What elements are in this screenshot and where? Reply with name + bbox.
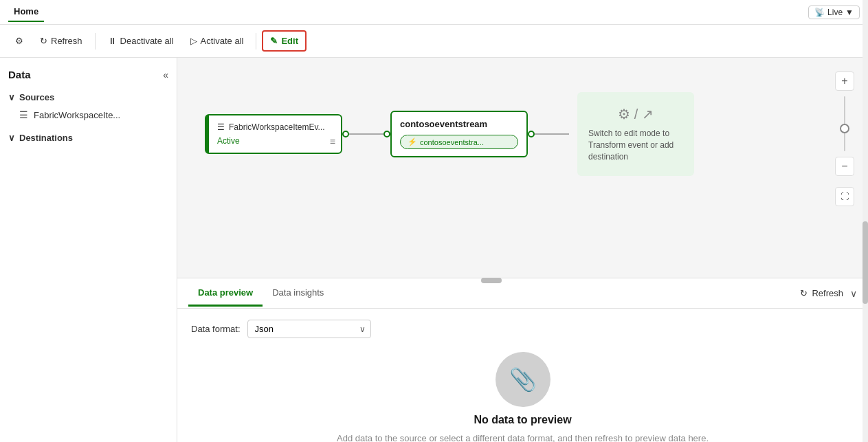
source-node-menu-icon[interactable]: ≡ [330, 136, 335, 147]
dest-hint-text: Switch to edit mode to Transform event o… [588, 128, 683, 162]
no-data-paperclip-icon: 📎 [509, 366, 537, 393]
toolbar-separator [95, 33, 96, 49]
bottom-refresh-icon: ↻ [800, 288, 808, 298]
bottom-panel: Data preview Data insights ↻ Refresh ∨ D… [177, 278, 868, 442]
no-data-sub: Add data to the source or select a diffe… [337, 433, 709, 442]
settings-icon: ⚙ [15, 36, 23, 46]
main-node-chip: ⚡ contosoeventstra... [400, 135, 518, 149]
main-layout: Data « ∨ Sources ☰ FabricWorkspaceIte...… [0, 58, 868, 442]
dest-hint-node: ⚙ / ↗ Switch to edit mode to Transform e… [577, 92, 694, 176]
chip-label: contosoeventstra... [420, 138, 484, 146]
destinations-label: Destinations [19, 133, 73, 143]
connector-source-to-main [342, 131, 390, 137]
source-item-fabricworkspace[interactable]: ☰ FabricWorkspaceIte... [0, 106, 177, 124]
live-button[interactable]: 📡 Live ▼ [808, 5, 860, 19]
refresh-label: Refresh [51, 36, 82, 46]
no-data-area: 📎 No data to preview Add data to the sou… [191, 352, 854, 442]
zoom-controls: + − ⛶ [835, 71, 854, 206]
toolbar-separator-2 [256, 33, 256, 49]
source-node-status: Active [217, 136, 333, 146]
data-format-select[interactable]: Json CSV Avro Parquet [247, 320, 371, 338]
source-node-name: FabricWorkspaceItemEv... [229, 122, 325, 132]
deactivate-all-button[interactable]: ⏸ Deactivate all [101, 32, 181, 50]
h-scrollbar-thumb[interactable] [481, 278, 502, 283]
destinations-section: ∨ Destinations [0, 129, 177, 146]
bottom-content: Data format: Json CSV Avro Parquet ∨ 📎 [177, 309, 868, 442]
toolbar: ⚙ ↻ Refresh ⏸ Deactivate all ▷ Activate … [0, 25, 868, 58]
tab-data-preview[interactable]: Data preview [188, 280, 263, 307]
sources-label: Sources [19, 92, 54, 102]
bottom-refresh-button[interactable]: ↻ Refresh [800, 288, 843, 298]
data-format-label: Data format: [191, 324, 241, 334]
live-icon: 📡 [814, 8, 825, 17]
sources-header[interactable]: ∨ Sources [0, 89, 177, 106]
zoom-slider-track [844, 96, 845, 151]
dest-sep: / [634, 107, 638, 122]
dest-export-icon: ↗ [642, 107, 654, 122]
source-node-icon: ☰ [217, 122, 225, 132]
edit-label: Edit [281, 36, 298, 46]
bottom-refresh-label: Refresh [812, 288, 843, 298]
tab-data-insights[interactable]: Data insights [263, 280, 333, 307]
activate-all-button[interactable]: ▷ Activate all [183, 32, 251, 50]
connector-dot-2 [383, 131, 390, 137]
live-label: Live [827, 8, 843, 17]
main-node[interactable]: contosoeventstream ⚡ contosoeventstra... [390, 111, 528, 157]
bottom-tabs: Data preview Data insights ↻ Refresh ∨ [177, 278, 868, 309]
activate-label: Activate all [201, 36, 244, 46]
fullscreen-button[interactable]: ⛶ [835, 187, 854, 206]
live-chevron: ▼ [845, 8, 854, 17]
sidebar-title: Data [8, 69, 31, 80]
source-node-header: ☰ FabricWorkspaceItemEv... [217, 122, 333, 132]
bottom-expand-button[interactable]: ∨ [850, 288, 857, 299]
source-item-icon: ☰ [19, 109, 28, 120]
zoom-in-button[interactable]: + [835, 71, 854, 91]
sources-section: ∨ Sources ☰ FabricWorkspaceIte... [0, 89, 177, 124]
zoom-out-button[interactable]: − [835, 157, 854, 176]
dest-hint-icons: ⚙ / ↗ [618, 106, 654, 122]
flow-container: ☰ FabricWorkspaceItemEv... Active ≡ cont… [205, 92, 694, 176]
connector-line-2 [535, 133, 569, 135]
chip-icon: ⚡ [408, 137, 417, 146]
main-node-title: contosoeventstream [400, 119, 518, 129]
connector-arrow [569, 133, 570, 135]
settings-button[interactable]: ⚙ [8, 32, 30, 50]
destinations-header[interactable]: ∨ Destinations [0, 129, 177, 146]
edit-icon: ✎ [270, 36, 278, 46]
v-scrollbar[interactable] [863, 0, 868, 442]
connector-dot-1 [342, 131, 349, 137]
canvas-area: ☰ FabricWorkspaceItemEv... Active ≡ cont… [177, 58, 868, 442]
zoom-slider-thumb[interactable] [840, 124, 849, 133]
activate-icon: ▷ [190, 36, 197, 46]
no-data-icon: 📎 [496, 352, 550, 407]
connector-main-to-dest [528, 131, 570, 137]
home-tab[interactable]: Home [8, 2, 44, 22]
title-bar: Home 📡 Live ▼ [0, 0, 868, 25]
sidebar-header: Data « [0, 66, 177, 83]
sources-chevron: ∨ [8, 92, 15, 102]
deactivate-label: Deactivate all [120, 36, 174, 46]
collapse-sidebar-button[interactable]: « [163, 69, 168, 80]
canvas[interactable]: ☰ FabricWorkspaceItemEv... Active ≡ cont… [177, 58, 868, 278]
sidebar: Data « ∨ Sources ☰ FabricWorkspaceIte...… [0, 58, 177, 442]
connector-line-1 [349, 133, 383, 135]
destinations-chevron: ∨ [8, 133, 15, 143]
deactivate-icon: ⏸ [108, 36, 117, 46]
data-format-select-wrapper: Json CSV Avro Parquet ∨ [247, 320, 371, 338]
edit-button[interactable]: ✎ Edit [262, 30, 307, 52]
data-format-row: Data format: Json CSV Avro Parquet ∨ [191, 320, 854, 338]
no-data-title: No data to preview [474, 414, 571, 426]
connector-dot-3 [528, 131, 535, 137]
source-node[interactable]: ☰ FabricWorkspaceItemEv... Active ≡ [205, 114, 342, 154]
refresh-icon: ↻ [40, 36, 47, 46]
dest-gear-icon: ⚙ [618, 107, 630, 122]
source-item-label: FabricWorkspaceIte... [34, 110, 120, 120]
refresh-button[interactable]: ↻ Refresh [33, 32, 89, 50]
v-scrollbar-thumb[interactable] [863, 221, 868, 304]
